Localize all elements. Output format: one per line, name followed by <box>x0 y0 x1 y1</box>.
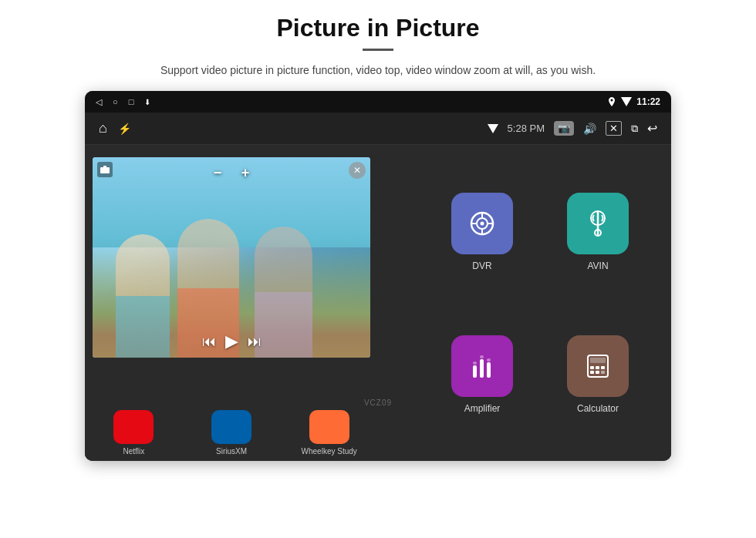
pip-nav-icon[interactable]: ⧉ <box>631 123 638 135</box>
siriusxm-icon <box>211 410 251 444</box>
status-bar-right: 11:22 <box>607 96 660 107</box>
back-nav-icon[interactable]: ◁ <box>96 97 102 107</box>
bottom-apps-left: Netflix SiriusXM Wheelkey Study <box>85 409 378 461</box>
back-icon[interactable]: ↩ <box>647 121 657 136</box>
svg-rect-16 <box>487 358 491 361</box>
calculator-icon <box>567 335 629 397</box>
svg-point-7 <box>481 221 484 225</box>
svg-rect-24 <box>601 371 605 374</box>
wifi-status-icon <box>621 97 632 106</box>
pip-minus-button[interactable]: − <box>207 162 228 183</box>
svg-rect-21 <box>601 366 605 369</box>
page-wrapper: Picture in Picture Support video picture… <box>0 0 756 538</box>
svg-rect-18 <box>590 358 606 363</box>
nav-time: 5:28 PM <box>508 123 545 134</box>
app-calculator[interactable]: Calculator <box>567 335 629 414</box>
usb-icon: ⚡ <box>118 123 131 135</box>
home-icon[interactable]: ⌂ <box>99 120 107 136</box>
device-frame: ◁ ○ □ ⬇ 11:22 ⌂ ⚡ 5:28 PM 📷 🔊 <box>85 91 671 461</box>
location-icon <box>607 97 616 106</box>
camera-nav-icon[interactable]: 📷 <box>554 121 574 136</box>
pip-size-controls: − + <box>207 162 256 183</box>
nav-bar-left: ⌂ ⚡ <box>99 120 131 136</box>
amplifier-icon <box>451 335 513 397</box>
amplifier-label: Amplifier <box>464 403 501 414</box>
nav-bar: ⌂ ⚡ 5:28 PM 📷 🔊 ✕ ⧉ ↩ <box>85 113 671 145</box>
pip-video-window[interactable]: − + ✕ ⏮ ▶ ⏭ <box>93 157 370 358</box>
app-netflix[interactable]: Netflix <box>85 410 183 460</box>
video-background <box>93 157 370 358</box>
app-wheelkey[interactable]: Wheelkey Study <box>280 410 378 460</box>
dvr-label: DVR <box>472 261 491 271</box>
volume-nav-icon[interactable]: 🔊 <box>583 123 596 135</box>
app-avin[interactable]: AVIN <box>567 193 629 271</box>
status-time: 11:22 <box>636 96 660 107</box>
avin-icon <box>567 193 629 254</box>
page-subtitle: Support video picture in picture functio… <box>160 62 596 79</box>
svg-rect-11 <box>473 365 477 378</box>
pip-plus-button[interactable]: + <box>235 162 256 183</box>
svg-rect-13 <box>487 362 491 378</box>
wheelkey-label: Wheelkey Study <box>302 447 357 456</box>
status-bar-left: ◁ ○ □ ⬇ <box>96 97 150 107</box>
siriusxm-label: SiriusXM <box>216 447 247 456</box>
download-icon: ⬇ <box>144 98 150 106</box>
pip-camera-icon <box>97 162 113 177</box>
pip-prev-button[interactable]: ⏮ <box>202 334 216 350</box>
svg-rect-4 <box>103 166 106 167</box>
home-nav-icon[interactable]: ○ <box>113 97 118 106</box>
netflix-label: Netflix <box>123 447 144 456</box>
pip-playback-controls: ⏮ ▶ ⏭ <box>202 331 262 351</box>
main-content: − + ✕ ⏮ ▶ ⏭ Netflix <box>85 145 671 461</box>
page-title: Picture in Picture <box>276 14 479 42</box>
apps-right-grid: DVR AVIN <box>409 145 671 461</box>
pip-play-button[interactable]: ▶ <box>225 331 238 351</box>
wheelkey-icon <box>309 410 349 444</box>
app-dvr[interactable]: DVR <box>451 193 513 271</box>
dvr-icon <box>451 193 513 254</box>
svg-marker-0 <box>621 97 632 106</box>
svg-rect-22 <box>590 371 594 374</box>
svg-rect-20 <box>596 366 599 369</box>
svg-rect-14 <box>473 361 477 365</box>
app-amplifier[interactable]: Amplifier <box>451 335 513 414</box>
recents-nav-icon[interactable]: □ <box>129 97 134 106</box>
svg-rect-15 <box>480 355 484 358</box>
status-bar: ◁ ○ □ ⬇ 11:22 <box>85 91 671 113</box>
svg-rect-12 <box>480 359 484 378</box>
avin-label: AVIN <box>587 261 608 271</box>
title-divider <box>363 49 393 51</box>
nav-bar-right: 5:28 PM 📷 🔊 ✕ ⧉ ↩ <box>488 121 657 136</box>
svg-marker-1 <box>488 124 498 133</box>
app-siriusxm[interactable]: SiriusXM <box>183 410 281 460</box>
svg-rect-23 <box>596 371 599 374</box>
wifi-nav-icon <box>488 124 498 133</box>
watermark: VCZ09 <box>364 398 392 407</box>
close-nav-icon[interactable]: ✕ <box>606 121 622 136</box>
svg-rect-19 <box>590 366 594 369</box>
calculator-label: Calculator <box>577 403 619 414</box>
pip-next-button[interactable]: ⏭ <box>248 334 262 350</box>
netflix-icon <box>113 410 154 444</box>
